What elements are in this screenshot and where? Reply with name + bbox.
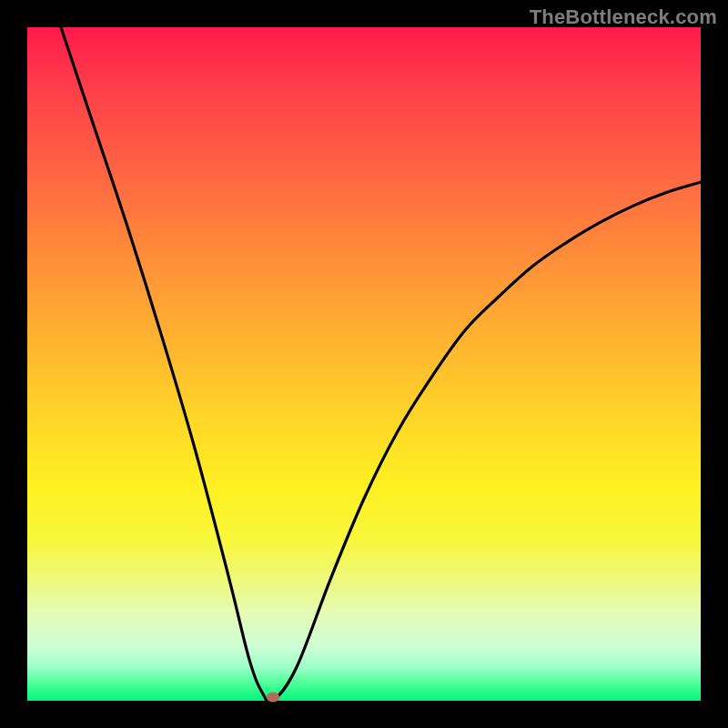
chart-frame: TheBottleneck.com <box>0 0 728 728</box>
bottleneck-curve <box>27 27 701 701</box>
optimum-marker <box>267 693 279 703</box>
watermark-text: TheBottleneck.com <box>530 5 717 29</box>
plot-area <box>27 27 701 701</box>
